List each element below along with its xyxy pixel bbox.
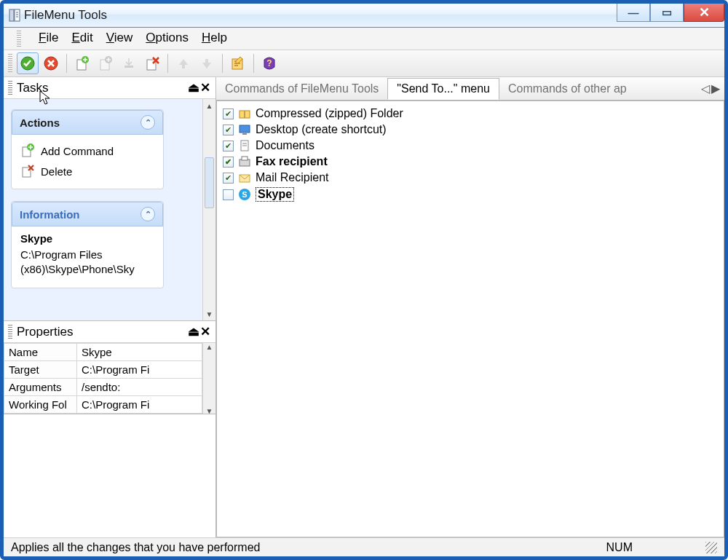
property-row[interactable]: Arguments/sendto: — [4, 379, 202, 396]
property-key: Target — [4, 361, 77, 379]
zip-icon — [238, 107, 251, 120]
move-down-button[interactable] — [196, 52, 218, 74]
help-button[interactable]: ? — [258, 52, 280, 74]
add-submenu-button[interactable] — [95, 52, 116, 74]
tab-commands-filemenu[interactable]: Commands of FileMenu Tools — [216, 79, 387, 99]
svg-rect-19 — [244, 111, 245, 118]
tab-commands-other[interactable]: Commands of other ap — [499, 79, 636, 99]
menubar-handle[interactable] — [17, 31, 21, 47]
properties-grid[interactable]: NameSkypeTargetC:\Program FiArguments/se… — [4, 343, 202, 414]
move-up-button[interactable] — [173, 52, 194, 74]
actions-heading[interactable]: Actions ⌃ — [12, 110, 163, 135]
send-to-list[interactable]: ✔Compressed (zipped) Folder✔Desktop (cre… — [216, 100, 724, 537]
send-to-item[interactable]: ✔Documents — [223, 138, 718, 154]
menu-help[interactable]: Help — [202, 31, 227, 47]
svg-rect-0 — [9, 9, 14, 21]
collapse-info-icon[interactable]: ⌃ — [141, 207, 155, 221]
close-panel-icon[interactable]: ✕ — [199, 80, 211, 95]
send-to-item[interactable]: ✔Compressed (zipped) Folder — [223, 106, 718, 122]
tab-scroll-right-icon[interactable]: ▶ — [711, 82, 720, 95]
checkbox[interactable] — [223, 189, 234, 200]
cancel-button[interactable] — [40, 52, 62, 74]
maximize-button[interactable]: ▭ — [650, 4, 684, 22]
actions-card: Actions ⌃ Add Command Delete — [11, 109, 164, 189]
collapse-actions-icon[interactable]: ⌃ — [141, 115, 155, 130]
property-key: Working Fol — [4, 396, 77, 414]
checkbox[interactable]: ✔ — [223, 109, 234, 119]
item-label: Fax recipient — [256, 155, 328, 168]
close-properties-icon[interactable]: ✕ — [199, 324, 211, 339]
properties-title: Properties — [17, 325, 73, 339]
add-command-button[interactable] — [71, 52, 93, 74]
tasks-panel: Actions ⌃ Add Command Delete Information… — [4, 99, 215, 321]
pin-properties-icon[interactable]: ⏏ — [188, 324, 199, 339]
tab-send-to[interactable]: "Send To..." menu — [387, 78, 499, 100]
close-button[interactable]: ✕ — [684, 4, 724, 22]
left-column: Tasks ⏏ ✕ Actions ⌃ Add Command Delete — [4, 77, 216, 537]
apply-button[interactable] — [17, 52, 39, 74]
action-delete[interactable]: Delete — [20, 161, 154, 181]
property-key: Name — [4, 344, 77, 361]
svg-rect-11 — [124, 66, 133, 68]
menu-edit[interactable]: Edit — [71, 31, 92, 47]
delete-button[interactable] — [141, 52, 163, 74]
toolbar: ? — [4, 50, 724, 77]
menu-view[interactable]: View — [106, 31, 133, 47]
property-value[interactable]: /sendto: — [77, 379, 202, 396]
checkbox[interactable]: ✔ — [223, 157, 234, 167]
checkbox[interactable]: ✔ — [223, 125, 234, 135]
property-value[interactable]: C:\Program Fi — [77, 396, 202, 414]
item-label: Desktop (create shortcut) — [256, 123, 387, 136]
add-separator-button[interactable] — [118, 52, 140, 74]
resize-grip-icon[interactable] — [705, 542, 717, 553]
action-add-command[interactable]: Add Command — [20, 141, 154, 161]
fax-icon — [238, 155, 251, 168]
info-item-name: Skype — [20, 232, 154, 245]
item-label: Documents — [256, 139, 314, 152]
svg-rect-20 — [240, 125, 250, 133]
menu-file[interactable]: File — [39, 31, 58, 47]
titlebar: FileMenu Tools ― ▭ ✕ — [4, 4, 724, 28]
svg-rect-26 — [242, 157, 248, 160]
property-row[interactable]: Working FolC:\Program Fi — [4, 396, 202, 414]
toolbar-handle[interactable] — [8, 54, 12, 73]
property-row[interactable]: TargetC:\Program Fi — [4, 361, 202, 379]
tasks-panel-header: Tasks ⏏ ✕ — [4, 77, 215, 99]
information-heading[interactable]: Information ⌃ — [12, 202, 163, 226]
tab-scroll-left-icon[interactable]: ◁ — [701, 82, 710, 95]
pin-icon[interactable]: ⏏ — [188, 80, 199, 95]
send-to-item[interactable]: ✔Desktop (create shortcut) — [223, 122, 718, 138]
send-to-item[interactable]: ✔Mail Recipient — [223, 170, 718, 186]
menu-options[interactable]: Options — [146, 31, 189, 47]
svg-rect-1 — [15, 9, 20, 21]
property-row[interactable]: NameSkype — [4, 344, 202, 361]
svg-text:?: ? — [266, 58, 272, 68]
skype-icon: S — [238, 188, 251, 201]
menubar: File Edit View Options Help — [4, 28, 724, 50]
status-text: Applies all the changes that you have pe… — [11, 541, 260, 554]
svg-rect-21 — [242, 133, 247, 135]
properties-panel: Properties ⏏ ✕ NameSkypeTargetC:\Program… — [4, 321, 215, 486]
app-icon — [8, 9, 21, 22]
info-item-path: C:\Program Files (x86)\Skype\Phone\Sky — [20, 248, 154, 277]
item-label: Mail Recipient — [256, 171, 328, 184]
action-add-label: Add Command — [41, 145, 114, 157]
tabstrip: Commands of FileMenu Tools "Send To..." … — [216, 77, 724, 100]
options-button[interactable] — [227, 52, 249, 74]
properties-description-area — [4, 414, 215, 486]
action-delete-label: Delete — [41, 165, 72, 178]
checkbox[interactable]: ✔ — [223, 173, 234, 184]
property-value[interactable]: C:\Program Fi — [77, 361, 202, 379]
property-value[interactable]: Skype — [77, 344, 202, 361]
minimize-button[interactable]: ― — [617, 4, 650, 22]
properties-scrollbar[interactable]: ▲ ▼ — [202, 343, 215, 414]
send-to-item[interactable]: SSkype — [223, 186, 718, 203]
property-key: Arguments — [4, 379, 77, 396]
tasks-title: Tasks — [17, 81, 48, 95]
send-to-item[interactable]: ✔Fax recipient — [223, 154, 718, 170]
checkbox[interactable]: ✔ — [223, 141, 234, 151]
mail-icon — [238, 171, 251, 184]
status-bar: Applies all the changes that you have pe… — [4, 537, 724, 556]
tasks-scrollbar[interactable]: ▲ ▼ — [202, 99, 215, 320]
item-label: Skype — [256, 187, 294, 202]
